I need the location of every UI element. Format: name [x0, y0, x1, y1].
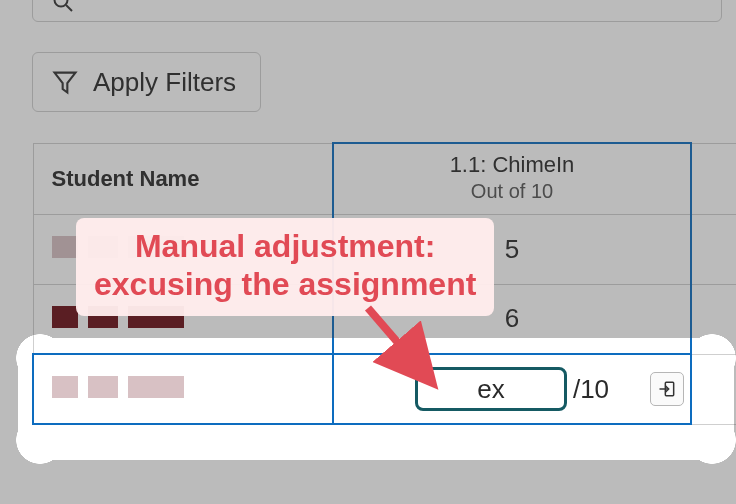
redacted-name	[52, 306, 184, 328]
arrow-into-box-icon	[657, 379, 677, 399]
grade-denominator: /10	[573, 374, 609, 405]
cell-tail	[691, 284, 736, 354]
student-name-cell[interactable]	[33, 214, 333, 284]
grade-edit-wrap: /10	[334, 367, 690, 411]
student-name-cell[interactable]	[33, 354, 333, 424]
column-tail	[691, 143, 736, 214]
cell-tail	[691, 354, 736, 424]
grade-input[interactable]	[415, 367, 567, 411]
search-icon	[51, 0, 75, 14]
grade-value: 5	[505, 234, 519, 264]
student-name-cell[interactable]	[33, 284, 333, 354]
table-row: 6	[33, 284, 736, 354]
assignment-subtitle: Out of 10	[334, 180, 690, 203]
redacted-name	[52, 236, 184, 258]
grade-cell[interactable]: 5	[333, 214, 691, 284]
grade-cell[interactable]: 6	[333, 284, 691, 354]
search-input-stub[interactable]	[32, 0, 722, 22]
grade-detail-button[interactable]	[650, 372, 684, 406]
grade-value: 6	[505, 303, 519, 333]
cell-tail	[691, 214, 736, 284]
filter-icon	[51, 68, 79, 96]
student-name-header-label: Student Name	[52, 166, 200, 191]
table-row-active: /10	[33, 354, 736, 424]
table-row: 5	[33, 214, 736, 284]
apply-filters-label: Apply Filters	[93, 67, 236, 98]
apply-filters-button[interactable]: Apply Filters	[32, 52, 261, 112]
assignment-title: 1.1: ChimeIn	[334, 152, 690, 178]
svg-line-1	[66, 5, 72, 11]
gradebook-table: Student Name 1.1: ChimeIn Out of 10 5	[32, 142, 736, 425]
assignment-header[interactable]: 1.1: ChimeIn Out of 10	[333, 143, 691, 214]
gradebook-page: Apply Filters Student Name 1.1: ChimeIn …	[0, 0, 736, 504]
student-name-header[interactable]: Student Name	[33, 143, 333, 214]
grade-cell-active[interactable]: /10	[333, 354, 691, 424]
redacted-name	[52, 376, 184, 398]
